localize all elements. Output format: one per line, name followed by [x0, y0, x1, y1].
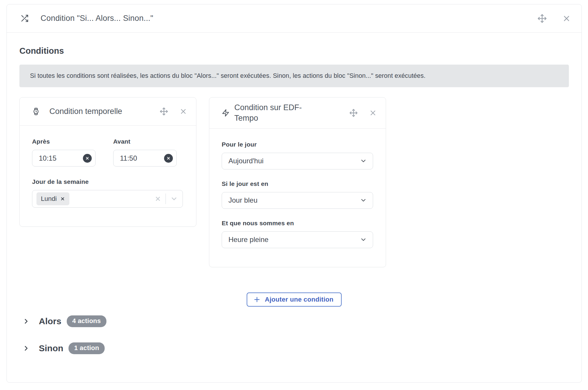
card-condition-temporelle: Condition temporelle Après: [19, 97, 196, 227]
clear-circle-icon[interactable]: [164, 154, 173, 163]
multiselect-controls: [155, 194, 178, 204]
clear-circle-icon[interactable]: [83, 154, 92, 163]
hour-select[interactable]: Heure pleine: [222, 231, 373, 248]
hour-select-label: Et que nous sommes en: [222, 220, 373, 227]
chevron-right-icon: [22, 344, 30, 352]
close-icon[interactable]: [179, 107, 187, 115]
actions-count-badge: 1 action: [69, 342, 105, 354]
day-select[interactable]: Aujourd'hui: [222, 153, 373, 169]
add-condition-button[interactable]: Ajouter une condition: [247, 292, 342, 307]
weekday-tag: Lundi: [36, 192, 69, 205]
add-condition-label: Ajouter une condition: [265, 296, 334, 303]
card-title: Condition sur EDF-Tempo: [234, 102, 323, 124]
chevron-down-icon: [360, 157, 367, 164]
time-fields-row: Après Avant: [32, 138, 184, 167]
tag-remove-icon[interactable]: [60, 196, 65, 201]
weekday-tag-label: Lundi: [41, 195, 57, 203]
conditions-info-box: Si toutes les conditions sont réalisées,…: [19, 65, 569, 87]
branch-label: Sinon: [39, 343, 63, 353]
divider: [166, 194, 166, 204]
hour-select-value: Heure pleine: [228, 236, 360, 244]
color-select-block: Si le jour est en Jour bleu: [222, 180, 373, 209]
close-icon[interactable]: [562, 14, 571, 23]
chevron-down-icon[interactable]: [170, 195, 178, 203]
branch-sinon[interactable]: Sinon 1 action: [22, 342, 569, 354]
weekday-multiselect[interactable]: Lundi: [32, 190, 183, 208]
add-condition-row: Ajouter une condition: [19, 292, 569, 307]
day-select-value: Aujourd'hui: [228, 157, 360, 165]
card-header: Condition sur EDF-Tempo: [209, 98, 386, 129]
branch-alors[interactable]: Alors 4 actions: [22, 315, 569, 327]
card-header: Condition temporelle: [20, 98, 196, 126]
move-icon[interactable]: [349, 109, 358, 117]
dialog-title: Condition "Si... Alors... Sinon...": [41, 14, 153, 23]
condition-dialog: Condition "Si... Alors... Sinon..." Cond…: [6, 4, 582, 383]
dialog-header: Condition "Si... Alors... Sinon...": [7, 4, 582, 33]
after-input-wrap: [32, 150, 96, 167]
chevron-right-icon: [22, 317, 30, 325]
watch-icon: [32, 107, 40, 115]
card-body: Pour le jour Aujourd'hui Si le jour est …: [209, 129, 386, 267]
chevron-down-icon: [360, 197, 367, 204]
condition-cards-row: Condition temporelle Après: [19, 97, 569, 267]
before-label: Avant: [113, 138, 177, 145]
plus-icon: [253, 296, 261, 303]
after-field-block: Après: [32, 138, 96, 167]
conditions-heading: Conditions: [19, 46, 569, 56]
weekday-label: Jour de la semaine: [32, 178, 184, 185]
move-icon[interactable]: [537, 14, 547, 23]
zap-icon: [222, 109, 230, 117]
color-select-label: Si le jour est en: [222, 180, 373, 187]
weekday-field-block: Jour de la semaine Lundi: [32, 178, 184, 208]
hour-select-block: Et que nous sommes en Heure pleine: [222, 220, 373, 248]
card-body: Après Avant: [20, 126, 196, 226]
color-select-value: Jour bleu: [228, 196, 360, 204]
after-label: Après: [32, 138, 96, 145]
shuffle-icon: [20, 14, 29, 23]
day-select-label: Pour le jour: [222, 141, 373, 148]
actions-count-badge: 4 actions: [67, 315, 106, 327]
clear-all-icon[interactable]: [155, 196, 161, 202]
card-condition-edf-tempo: Condition sur EDF-Tempo Pour le jour Auj…: [209, 97, 386, 267]
card-title: Condition temporelle: [49, 106, 122, 117]
chevron-down-icon: [360, 236, 367, 243]
branch-label: Alors: [39, 316, 61, 326]
color-select[interactable]: Jour bleu: [222, 192, 373, 209]
before-field-block: Avant: [113, 138, 177, 167]
move-icon[interactable]: [160, 107, 168, 116]
dialog-body: Conditions Si toutes les conditions sont…: [7, 46, 582, 354]
day-select-block: Pour le jour Aujourd'hui: [222, 141, 373, 169]
close-icon[interactable]: [369, 109, 377, 117]
before-input-wrap: [113, 150, 177, 167]
